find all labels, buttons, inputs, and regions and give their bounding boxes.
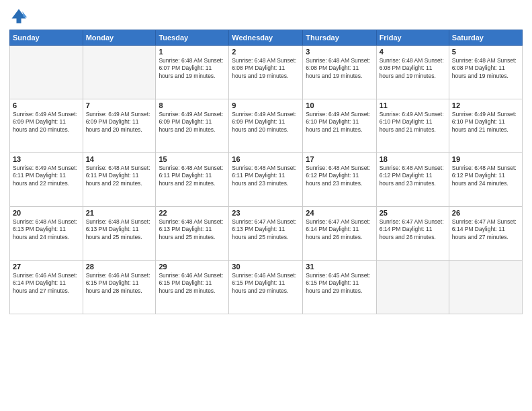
day-cell	[376, 261, 449, 314]
weekday-header-saturday: Saturday	[449, 30, 522, 46]
day-number: 12	[452, 101, 519, 109]
day-cell: 22Sunrise: 6:48 AM Sunset: 6:13 PM Dayli…	[156, 207, 229, 261]
weekday-header-wednesday: Wednesday	[229, 30, 303, 46]
day-detail: Sunrise: 6:48 AM Sunset: 6:12 PM Dayligh…	[452, 165, 519, 187]
day-number: 30	[232, 263, 300, 271]
day-number: 25	[380, 209, 446, 217]
day-cell: 6Sunrise: 6:49 AM Sunset: 6:09 PM Daylig…	[10, 99, 83, 153]
day-cell	[83, 46, 156, 99]
day-number: 10	[306, 101, 373, 109]
week-row-1: 6Sunrise: 6:49 AM Sunset: 6:09 PM Daylig…	[10, 99, 523, 153]
day-number: 31	[306, 263, 373, 271]
logo	[9, 7, 31, 26]
day-cell: 18Sunrise: 6:48 AM Sunset: 6:12 PM Dayli…	[376, 153, 449, 207]
day-detail: Sunrise: 6:49 AM Sunset: 6:10 PM Dayligh…	[452, 111, 519, 134]
day-cell: 4Sunrise: 6:48 AM Sunset: 6:08 PM Daylig…	[376, 46, 449, 99]
day-number: 1	[159, 48, 226, 56]
day-detail: Sunrise: 6:49 AM Sunset: 6:10 PM Dayligh…	[306, 111, 373, 134]
day-detail: Sunrise: 6:45 AM Sunset: 6:15 PM Dayligh…	[306, 272, 373, 295]
day-detail: Sunrise: 6:48 AM Sunset: 6:08 PM Dayligh…	[232, 57, 300, 80]
calendar-body: 1Sunrise: 6:48 AM Sunset: 6:07 PM Daylig…	[10, 46, 523, 314]
day-number: 28	[86, 263, 153, 271]
day-detail: Sunrise: 6:48 AM Sunset: 6:11 PM Dayligh…	[232, 165, 300, 187]
day-cell: 13Sunrise: 6:49 AM Sunset: 6:11 PM Dayli…	[10, 153, 83, 207]
day-cell: 10Sunrise: 6:49 AM Sunset: 6:10 PM Dayli…	[303, 99, 376, 153]
day-number: 17	[306, 155, 373, 163]
day-detail: Sunrise: 6:47 AM Sunset: 6:14 PM Dayligh…	[306, 218, 373, 241]
day-detail: Sunrise: 6:49 AM Sunset: 6:09 PM Dayligh…	[232, 111, 300, 134]
day-cell: 1Sunrise: 6:48 AM Sunset: 6:07 PM Daylig…	[156, 46, 229, 99]
day-detail: Sunrise: 6:46 AM Sunset: 6:15 PM Dayligh…	[86, 272, 153, 295]
day-cell: 28Sunrise: 6:46 AM Sunset: 6:15 PM Dayli…	[83, 261, 156, 314]
day-detail: Sunrise: 6:46 AM Sunset: 6:14 PM Dayligh…	[13, 272, 80, 295]
day-cell: 24Sunrise: 6:47 AM Sunset: 6:14 PM Dayli…	[303, 207, 376, 261]
day-detail: Sunrise: 6:49 AM Sunset: 6:09 PM Dayligh…	[13, 111, 80, 134]
day-number: 21	[86, 209, 153, 217]
day-number: 13	[13, 155, 80, 163]
calendar-header: SundayMondayTuesdayWednesdayThursdayFrid…	[10, 30, 523, 46]
day-cell: 30Sunrise: 6:46 AM Sunset: 6:15 PM Dayli…	[229, 261, 303, 314]
day-cell: 19Sunrise: 6:48 AM Sunset: 6:12 PM Dayli…	[449, 153, 522, 207]
day-detail: Sunrise: 6:49 AM Sunset: 6:11 PM Dayligh…	[13, 165, 80, 187]
day-detail: Sunrise: 6:48 AM Sunset: 6:13 PM Dayligh…	[159, 218, 226, 241]
day-number: 23	[232, 209, 300, 217]
day-number: 19	[452, 155, 519, 163]
day-cell: 11Sunrise: 6:49 AM Sunset: 6:10 PM Dayli…	[376, 99, 449, 153]
day-cell: 16Sunrise: 6:48 AM Sunset: 6:11 PM Dayli…	[229, 153, 303, 207]
day-cell: 17Sunrise: 6:48 AM Sunset: 6:12 PM Dayli…	[303, 153, 376, 207]
day-cell: 21Sunrise: 6:48 AM Sunset: 6:13 PM Dayli…	[83, 207, 156, 261]
day-cell: 23Sunrise: 6:47 AM Sunset: 6:13 PM Dayli…	[229, 207, 303, 261]
week-row-4: 27Sunrise: 6:46 AM Sunset: 6:14 PM Dayli…	[10, 261, 523, 314]
week-row-2: 13Sunrise: 6:49 AM Sunset: 6:11 PM Dayli…	[10, 153, 523, 207]
day-detail: Sunrise: 6:48 AM Sunset: 6:13 PM Dayligh…	[86, 218, 153, 241]
day-detail: Sunrise: 6:48 AM Sunset: 6:08 PM Dayligh…	[452, 57, 519, 80]
day-detail: Sunrise: 6:48 AM Sunset: 6:12 PM Dayligh…	[380, 165, 446, 187]
day-cell: 8Sunrise: 6:49 AM Sunset: 6:09 PM Daylig…	[156, 99, 229, 153]
day-number: 27	[13, 263, 80, 271]
week-row-3: 20Sunrise: 6:48 AM Sunset: 6:13 PM Dayli…	[10, 207, 523, 261]
day-cell: 12Sunrise: 6:49 AM Sunset: 6:10 PM Dayli…	[449, 99, 522, 153]
day-detail: Sunrise: 6:49 AM Sunset: 6:09 PM Dayligh…	[159, 111, 226, 134]
day-number: 2	[232, 48, 300, 56]
week-row-0: 1Sunrise: 6:48 AM Sunset: 6:07 PM Daylig…	[10, 46, 523, 99]
weekday-header-sunday: Sunday	[10, 30, 83, 46]
day-detail: Sunrise: 6:48 AM Sunset: 6:07 PM Dayligh…	[159, 57, 226, 80]
day-cell: 3Sunrise: 6:48 AM Sunset: 6:08 PM Daylig…	[303, 46, 376, 99]
day-cell: 26Sunrise: 6:47 AM Sunset: 6:14 PM Dayli…	[449, 207, 522, 261]
day-number: 16	[232, 155, 300, 163]
day-cell: 9Sunrise: 6:49 AM Sunset: 6:09 PM Daylig…	[229, 99, 303, 153]
day-cell: 25Sunrise: 6:47 AM Sunset: 6:14 PM Dayli…	[376, 207, 449, 261]
day-number: 18	[380, 155, 446, 163]
day-number: 8	[159, 101, 226, 109]
weekday-header-tuesday: Tuesday	[156, 30, 229, 46]
calendar-table: SundayMondayTuesdayWednesdayThursdayFrid…	[9, 30, 523, 314]
day-detail: Sunrise: 6:48 AM Sunset: 6:12 PM Dayligh…	[306, 165, 373, 187]
day-detail: Sunrise: 6:47 AM Sunset: 6:14 PM Dayligh…	[380, 218, 446, 241]
weekday-header-friday: Friday	[376, 30, 449, 46]
day-number: 11	[380, 101, 446, 109]
day-number: 29	[159, 263, 226, 271]
day-cell: 15Sunrise: 6:48 AM Sunset: 6:11 PM Dayli…	[156, 153, 229, 207]
day-cell: 27Sunrise: 6:46 AM Sunset: 6:14 PM Dayli…	[10, 261, 83, 314]
day-cell: 7Sunrise: 6:49 AM Sunset: 6:09 PM Daylig…	[83, 99, 156, 153]
weekday-header-monday: Monday	[83, 30, 156, 46]
day-detail: Sunrise: 6:48 AM Sunset: 6:08 PM Dayligh…	[380, 57, 446, 80]
day-detail: Sunrise: 6:49 AM Sunset: 6:09 PM Dayligh…	[86, 111, 153, 134]
day-cell: 2Sunrise: 6:48 AM Sunset: 6:08 PM Daylig…	[229, 46, 303, 99]
day-number: 22	[159, 209, 226, 217]
day-number: 6	[13, 101, 80, 109]
day-detail: Sunrise: 6:49 AM Sunset: 6:10 PM Dayligh…	[380, 111, 446, 134]
day-cell: 5Sunrise: 6:48 AM Sunset: 6:08 PM Daylig…	[449, 46, 522, 99]
day-detail: Sunrise: 6:48 AM Sunset: 6:11 PM Dayligh…	[86, 165, 153, 187]
day-number: 9	[232, 101, 300, 109]
day-cell: 20Sunrise: 6:48 AM Sunset: 6:13 PM Dayli…	[10, 207, 83, 261]
day-cell: 29Sunrise: 6:46 AM Sunset: 6:15 PM Dayli…	[156, 261, 229, 314]
day-number: 14	[86, 155, 153, 163]
day-detail: Sunrise: 6:46 AM Sunset: 6:15 PM Dayligh…	[159, 272, 226, 295]
day-number: 24	[306, 209, 373, 217]
day-detail: Sunrise: 6:48 AM Sunset: 6:11 PM Dayligh…	[159, 165, 226, 187]
header	[9, 7, 523, 26]
page: SundayMondayTuesdayWednesdayThursdayFrid…	[0, 0, 532, 411]
day-number: 20	[13, 209, 80, 217]
weekday-header-thursday: Thursday	[303, 30, 376, 46]
